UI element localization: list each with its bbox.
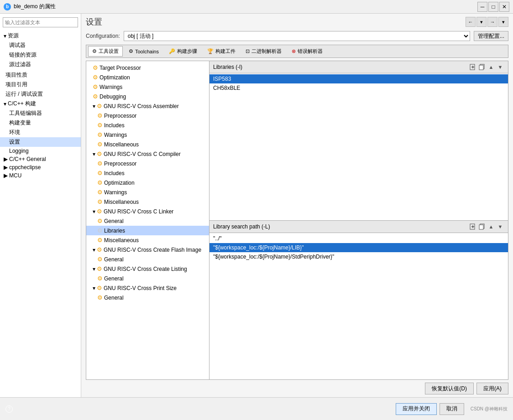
tree-node-c-warnings[interactable]: ⚙ Warnings <box>86 187 209 197</box>
nav-back-button[interactable]: ← <box>466 17 476 27</box>
tree-node-c-optimization[interactable]: ⚙ Optimization <box>86 178 209 187</box>
sidebar-item-label: 资源 <box>8 32 19 40</box>
close-button[interactable]: ✕ <box>499 2 509 12</box>
tab-binary-parsers[interactable]: ⊡ 二进制解析器 <box>241 46 286 57</box>
tree-label-gnu-compiler: GNU RISC-V Cross C Compiler <box>104 151 181 157</box>
sidebar-logging-label: Logging <box>9 148 29 154</box>
libraries-section: Libraries (-l) <box>209 61 508 221</box>
gear-icon-linker: ⚙ <box>97 208 102 215</box>
library-item-isp583[interactable]: ISP583 <box>209 74 508 83</box>
tree-node-asm-misc[interactable]: ⚙ Miscellaneous <box>86 140 209 149</box>
tree-node-gnu-compiler[interactable]: ▾ ⚙ GNU RISC-V Cross C Compiler <box>86 149 209 159</box>
cancel-button[interactable]: 取消 <box>440 403 464 415</box>
filter-input[interactable] <box>3 17 78 27</box>
restore-defaults-button[interactable]: 恢复默认值(D) <box>425 383 474 394</box>
tree-node-linker-misc[interactable]: ⚙ Miscellaneous <box>86 235 209 245</box>
sidebar-group-resources: ▾ 资源 调试器 链接的资源 源过滤器 <box>0 30 81 70</box>
tree-node-c-includes[interactable]: ⚙ Includes <box>86 168 209 178</box>
tree-node-gnu-assembler[interactable]: ▾ ⚙ GNU RISC-V Cross Assembler <box>86 101 209 111</box>
add-file-icon <box>470 64 476 70</box>
tree-node-linker-libraries[interactable]: ⚙ Libraries <box>86 226 209 235</box>
sidebar-item-build-vars[interactable]: 构建变量 <box>0 118 81 128</box>
sidebar-item-tool-editor[interactable]: 工具链编辑器 <box>0 109 81 118</box>
apply-close-button[interactable]: 应用并关闭 <box>396 403 437 415</box>
lib-up-btn[interactable]: ▲ <box>487 63 495 71</box>
tree-node-flash-general[interactable]: ⚙ General <box>86 254 209 264</box>
sidebar-item-debugger[interactable]: 调试器 <box>0 41 81 50</box>
add-file-icon2 <box>470 223 476 230</box>
tree-node-gnu-flash[interactable]: ▾ ⚙ GNU RISC-V Cross Create Flash Image <box>86 245 209 254</box>
tree-node-listing-general[interactable]: ⚙ General <box>86 274 209 283</box>
tab-build-steps[interactable]: 🔑 构建步骤 <box>165 46 201 57</box>
tab-build-artifacts[interactable]: 🏆 构建工件 <box>203 46 240 57</box>
tab-bar: ⚙ 工具设置 ⚙ Toolchains 🔑 构建步骤 🏆 构建工件 ⊡ <box>86 45 508 58</box>
tab-error-parsers[interactable]: ⊗ 错误解析器 <box>288 46 327 57</box>
tree-label-target-processor: Target Processor <box>99 65 141 71</box>
path-item-parent[interactable]: "../" <box>209 234 508 243</box>
path-up-btn[interactable]: ▲ <box>487 223 495 231</box>
sidebar-item-linked-resources[interactable]: 链接的资源 <box>0 50 81 60</box>
path-down-btn[interactable]: ▼ <box>496 223 504 231</box>
tree-node-c-misc[interactable]: ⚙ Miscellaneous <box>86 197 209 207</box>
sidebar-item-source-filter[interactable]: 源过滤器 <box>0 60 81 69</box>
path-add-btn[interactable] <box>469 223 477 231</box>
lib-add-btn[interactable] <box>469 63 477 71</box>
gear-icon-opt: ⚙ <box>93 74 98 81</box>
lib-copy-btn[interactable] <box>478 63 486 71</box>
tree-node-optimization[interactable]: ⚙ Optimization <box>86 73 209 82</box>
sidebar-item-cpp-build[interactable]: ▾ C/C++ 构建 <box>0 99 81 109</box>
sidebar-projprop-label: 项目性质 <box>5 71 27 79</box>
path-item-driver[interactable]: "${workspace_loc:/${ProjName}/StdPeriphD… <box>209 252 508 261</box>
gear-icon-c-inc: ⚙ <box>97 170 103 176</box>
tree-label-listing-general: General <box>104 275 124 282</box>
tree-node-gnu-listing[interactable]: ▾ ⚙ GNU RISC-V Cross Create Listing <box>86 264 209 274</box>
tab-tool-settings[interactable]: ⚙ 工具设置 <box>88 46 123 57</box>
tree-label-gnu-print-size: GNU RISC-V Cross Print Size <box>104 285 177 291</box>
title-controls[interactable]: ─ □ ✕ <box>477 2 509 12</box>
arrow-resources: ▾ <box>4 33 6 39</box>
help-icon[interactable]: ? <box>5 405 13 413</box>
tree-node-gnu-print-size[interactable]: ▾ ⚙ GNU RISC-V Cross Print Size <box>86 283 209 293</box>
sidebar-item-cpp-general[interactable]: ▶ C/C++ General <box>0 155 81 163</box>
sidebar-item-cppcheclipse[interactable]: ▶ cppcheclipse <box>0 163 81 171</box>
gear-icon-flash-gen: ⚙ <box>97 256 103 263</box>
sidebar-item-mcu[interactable]: ▶ MCU <box>0 171 81 180</box>
tab-label-error-parsers: 错误解析器 <box>298 48 323 55</box>
tab-toolchains[interactable]: ⚙ Toolchains <box>125 47 163 56</box>
tree-node-warnings[interactable]: ⚙ Warnings <box>86 82 209 92</box>
minimize-button[interactable]: ─ <box>477 2 487 12</box>
tree-node-asm-includes[interactable]: ⚙ Includes <box>86 120 209 130</box>
manage-config-button[interactable]: 管理配置... <box>474 31 508 41</box>
tree-node-debugging[interactable]: ⚙ Debugging <box>86 92 209 101</box>
path-item-lib[interactable]: "${workspace_loc:/${ProjName}/LIB}" <box>209 243 508 252</box>
tree-label-c-includes: Includes <box>104 170 125 176</box>
tree-node-asm-preprocessor[interactable]: ⚙ Preprocessor <box>86 111 209 120</box>
library-item-ch58xble[interactable]: CH58xBLE <box>209 83 508 93</box>
sidebar-item-settings[interactable]: 设置 <box>0 137 81 147</box>
lib-down-btn[interactable]: ▼ <box>496 63 504 71</box>
tree-label-debugging: Debugging <box>99 93 126 100</box>
nav-forward-dropdown-button[interactable]: ▾ <box>498 17 508 27</box>
tree-node-c-preprocessor[interactable]: ⚙ Preprocessor <box>86 159 209 168</box>
sidebar-item-run-debug[interactable]: 运行 / 调试设置 <box>0 89 81 99</box>
title-bar: b ble_demo 的属性 ─ □ ✕ <box>0 0 513 14</box>
gear-icon-c-opt: ⚙ <box>97 179 103 186</box>
tree-node-asm-warnings[interactable]: ⚙ Warnings <box>86 130 209 140</box>
sidebar-item-env[interactable]: 环境 <box>0 128 81 137</box>
sidebar-projref-label: 项目引用 <box>5 81 27 88</box>
tree-node-gnu-linker[interactable]: ▾ ⚙ GNU RISC-V Cross C Linker <box>86 207 209 216</box>
tree-node-target-processor[interactable]: ⚙ Target Processor <box>86 63 209 73</box>
path-copy-btn[interactable] <box>478 223 486 231</box>
tree-node-print-general[interactable]: ⚙ General <box>86 293 209 302</box>
apply-button[interactable]: 应用(A) <box>476 383 508 394</box>
tree-label-gnu-assembler: GNU RISC-V Cross Assembler <box>104 103 179 109</box>
sidebar-item-project-ref[interactable]: 项目引用 <box>0 80 81 89</box>
tree-node-linker-general[interactable]: ⚙ General <box>86 216 209 226</box>
nav-forward-button[interactable]: → <box>487 17 497 27</box>
sidebar-item-project-properties[interactable]: 项目性质 <box>0 70 81 80</box>
config-select[interactable]: obj [ 活动 ] <box>124 31 470 41</box>
sidebar-item-logging[interactable]: Logging <box>0 147 81 155</box>
sidebar-item-resources[interactable]: ▾ 资源 <box>0 31 81 41</box>
nav-dropdown-button[interactable]: ▾ <box>476 17 487 27</box>
maximize-button[interactable]: □ <box>488 2 498 12</box>
